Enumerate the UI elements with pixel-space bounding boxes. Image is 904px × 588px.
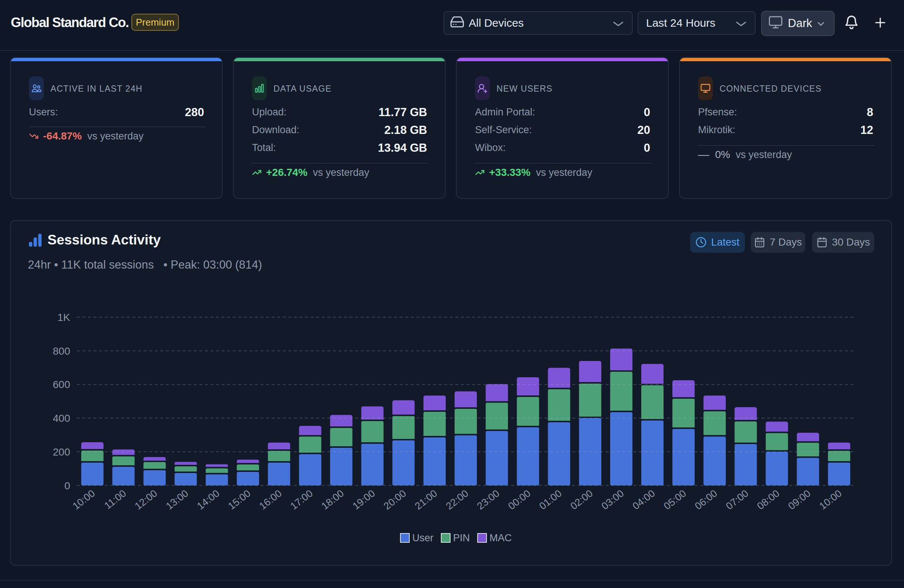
svg-text:19:00: 19:00 <box>350 488 377 512</box>
svg-text:04:00: 04:00 <box>631 488 657 512</box>
svg-text:10:00: 10:00 <box>817 488 844 512</box>
svg-text:07:00: 07:00 <box>724 488 751 512</box>
svg-text:03:00: 03:00 <box>599 488 626 512</box>
svg-text:05:00: 05:00 <box>662 488 688 512</box>
svg-text:23:00: 23:00 <box>475 488 502 512</box>
svg-text:06:00: 06:00 <box>693 488 719 512</box>
svg-text:20:00: 20:00 <box>381 488 408 512</box>
svg-text:200: 200 <box>53 446 70 458</box>
svg-text:17:00: 17:00 <box>288 488 315 512</box>
svg-text:09:00: 09:00 <box>786 488 813 512</box>
svg-text:22:00: 22:00 <box>444 488 471 512</box>
svg-text:14:00: 14:00 <box>195 488 221 512</box>
svg-text:11:00: 11:00 <box>102 488 128 512</box>
svg-text:13:00: 13:00 <box>164 488 190 512</box>
svg-text:08:00: 08:00 <box>755 488 782 512</box>
svg-text:1K: 1K <box>57 312 71 323</box>
svg-text:01:00: 01:00 <box>537 488 564 512</box>
svg-text:600: 600 <box>53 379 70 390</box>
svg-text:12:00: 12:00 <box>133 488 160 512</box>
svg-text:16:00: 16:00 <box>257 488 284 512</box>
svg-text:00:00: 00:00 <box>506 488 533 512</box>
svg-text:0: 0 <box>64 480 70 492</box>
svg-text:10:00: 10:00 <box>71 488 97 512</box>
svg-text:02:00: 02:00 <box>568 488 595 512</box>
svg-text:18:00: 18:00 <box>319 488 346 512</box>
svg-text:800: 800 <box>53 345 70 357</box>
svg-text:400: 400 <box>53 413 70 424</box>
svg-text:15:00: 15:00 <box>226 488 253 512</box>
svg-text:21:00: 21:00 <box>412 488 439 512</box>
